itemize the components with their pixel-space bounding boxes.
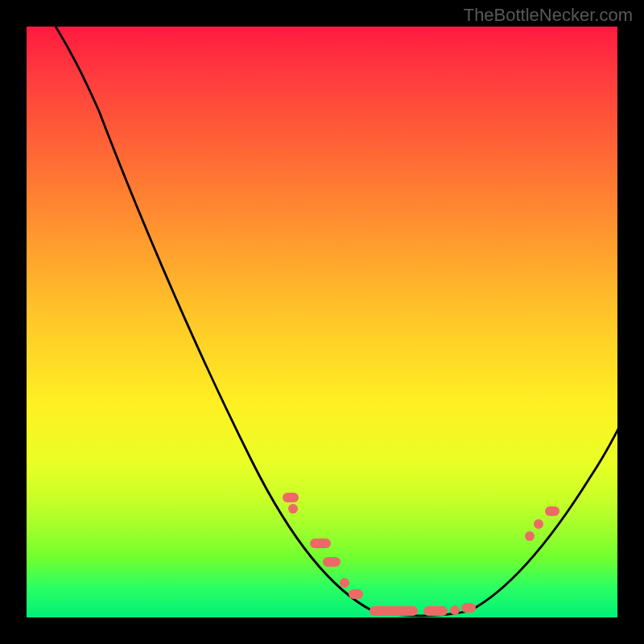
svg-rect-2: [310, 539, 331, 548]
bottleneck-curve: [51, 27, 617, 616]
svg-point-4: [340, 578, 349, 588]
svg-point-8: [450, 605, 460, 615]
svg-rect-5: [349, 589, 363, 599]
plot-area: [27, 27, 617, 617]
svg-rect-7: [423, 606, 448, 616]
svg-point-10: [525, 531, 535, 541]
watermark: TheBottleNecker.com: [464, 5, 633, 26]
svg-rect-0: [283, 493, 299, 502]
svg-rect-9: [461, 603, 476, 613]
curve-layer: [27, 27, 617, 617]
svg-rect-12: [545, 506, 559, 516]
svg-point-1: [288, 504, 298, 514]
chart-container: TheBottleNecker.com: [0, 0, 644, 644]
marker-group: [283, 493, 559, 616]
svg-rect-3: [323, 557, 341, 567]
svg-point-11: [534, 519, 543, 529]
svg-rect-6: [369, 606, 418, 616]
